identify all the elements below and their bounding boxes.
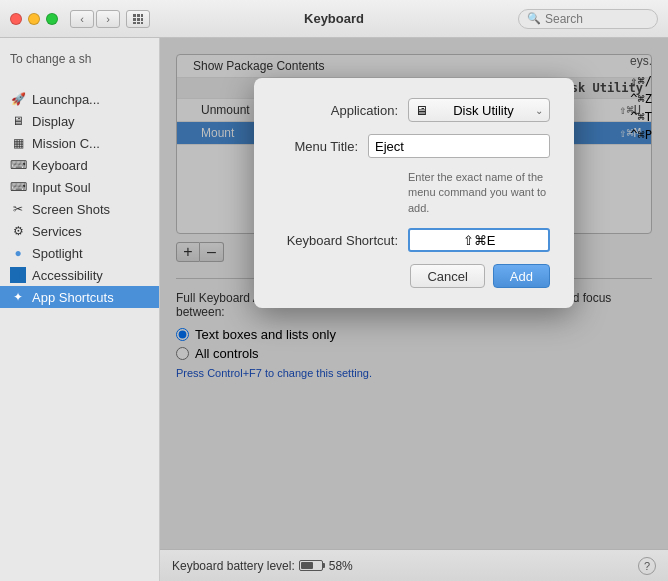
search-input[interactable] — [545, 12, 649, 26]
modal-menu-label: Menu Title: — [278, 139, 358, 154]
accessibility-icon: ℹ — [10, 267, 26, 283]
app-shortcuts-icon: ✦ — [10, 289, 26, 305]
svg-rect-7 — [137, 22, 140, 24]
sidebar-item-app-shortcuts[interactable]: ✦ App Shortcuts — [0, 286, 159, 308]
services-icon: ⚙ — [10, 223, 26, 239]
spotlight-icon: ● — [10, 245, 26, 261]
nav-arrows: ‹ › — [70, 10, 120, 28]
sidebar-item-label: Screen Shots — [32, 202, 110, 217]
search-box[interactable]: 🔍 — [518, 9, 658, 29]
sidebar-item-label: Input Soul — [32, 180, 91, 195]
sidebar-item-keyboard[interactable]: ⌨ Keyboard — [0, 154, 159, 176]
battery-fill — [301, 562, 313, 569]
modal-dialog: Application: 🖥 Disk Utility ⌄ Menu Title… — [254, 78, 574, 308]
sidebar-item-label: Keyboard — [32, 158, 88, 173]
modal-hint: Enter the exact name of the menu command… — [408, 170, 550, 216]
modal-shortcut-value: ⇧⌘E — [463, 233, 496, 248]
modal-app-label: Application: — [278, 103, 398, 118]
svg-rect-0 — [133, 14, 136, 17]
sidebar-item-label: Spotlight — [32, 246, 83, 261]
content-area: eys. ⇧⌘/ ^⌘Z ^⌘T ^⌘P Show Package Conten… — [160, 38, 668, 581]
maximize-button[interactable] — [46, 13, 58, 25]
modal-overlay: Application: 🖥 Disk Utility ⌄ Menu Title… — [160, 38, 668, 549]
sidebar: To change a sh 🚀 Launchpa... 🖥 Display ▦… — [0, 38, 160, 581]
sidebar-item-label: Services — [32, 224, 82, 239]
search-icon: 🔍 — [527, 12, 541, 25]
modal-shortcut-field[interactable]: ⇧⌘E — [408, 228, 550, 252]
sidebar-item-launchpad[interactable]: 🚀 Launchpa... — [0, 88, 159, 110]
input-sources-icon: ⌨ — [10, 179, 26, 195]
modal-app-select[interactable]: 🖥 Disk Utility ⌄ — [408, 98, 550, 122]
sidebar-item-mission-control[interactable]: ▦ Mission C... — [0, 132, 159, 154]
help-button[interactable]: ? — [638, 557, 656, 575]
sidebar-item-label: Launchpa... — [32, 92, 100, 107]
sidebar-item-label: Mission C... — [32, 136, 100, 151]
modal-menu-input[interactable] — [368, 134, 550, 158]
modal-cancel-button[interactable]: Cancel — [410, 264, 484, 288]
modal-buttons: Cancel Add — [278, 264, 550, 288]
sidebar-item-input-sources[interactable]: ⌨ Input Soul — [0, 176, 159, 198]
sidebar-item-accessibility[interactable]: ℹ Accessibility — [0, 264, 159, 286]
chevron-down-icon: ⌄ — [535, 105, 543, 116]
modal-app-row: Application: 🖥 Disk Utility ⌄ — [278, 98, 550, 122]
svg-rect-8 — [141, 22, 143, 24]
launchpad-icon: 🚀 — [10, 91, 26, 107]
modal-add-button[interactable]: Add — [493, 264, 550, 288]
sidebar-instruction: To change a sh — [0, 48, 159, 76]
modal-shortcut-row: Keyboard Shortcut: ⇧⌘E — [278, 228, 550, 252]
mission-control-icon: ▦ — [10, 135, 26, 151]
svg-rect-2 — [141, 14, 143, 17]
svg-rect-5 — [141, 18, 143, 21]
sidebar-item-display[interactable]: 🖥 Display — [0, 110, 159, 132]
battery-body — [299, 560, 323, 571]
traffic-lights — [10, 13, 58, 25]
modal-menu-row: Menu Title: — [278, 134, 550, 158]
modal-app-value: Disk Utility — [453, 103, 514, 118]
forward-button[interactable]: › — [96, 10, 120, 28]
battery-percent: 58% — [329, 559, 353, 573]
sidebar-item-spotlight[interactable]: ● Spotlight — [0, 242, 159, 264]
window-title: Keyboard — [304, 11, 364, 26]
screenshots-icon: ✂ — [10, 201, 26, 217]
modal-shortcut-label: Keyboard Shortcut: — [278, 233, 398, 248]
sidebar-item-services[interactable]: ⚙ Services — [0, 220, 159, 242]
sidebar-item-screenshots[interactable]: ✂ Screen Shots — [0, 198, 159, 220]
svg-rect-1 — [137, 14, 140, 17]
bottom-bar: Keyboard battery level: 58% ? — [160, 549, 668, 581]
grid-button[interactable] — [126, 10, 150, 28]
battery-icon — [299, 560, 325, 571]
back-button[interactable]: ‹ — [70, 10, 94, 28]
main-layout: To change a sh 🚀 Launchpa... 🖥 Display ▦… — [0, 38, 668, 581]
svg-rect-3 — [133, 18, 136, 21]
close-button[interactable] — [10, 13, 22, 25]
svg-rect-4 — [137, 18, 140, 21]
keyboard-icon: ⌨ — [10, 157, 26, 173]
minimize-button[interactable] — [28, 13, 40, 25]
sidebar-item-label: Display — [32, 114, 75, 129]
titlebar: ‹ › Keyboard 🔍 — [0, 0, 668, 38]
sidebar-item-label: Accessibility — [32, 268, 103, 283]
svg-rect-6 — [133, 22, 136, 24]
sidebar-item-label: App Shortcuts — [32, 290, 114, 305]
battery-label: Keyboard battery level: — [172, 559, 295, 573]
display-icon: 🖥 — [10, 113, 26, 129]
